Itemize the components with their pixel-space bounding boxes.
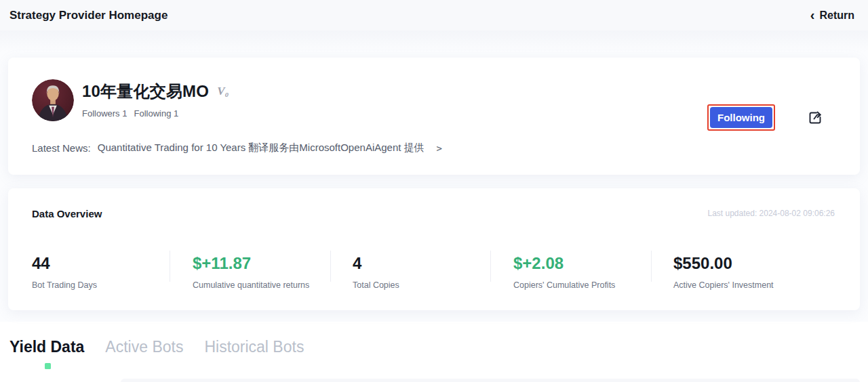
tab-bar: Yield Data Active Bots Historical Bots <box>9 338 304 356</box>
annotation-highlight-box: Following <box>707 104 775 131</box>
stat-label: Active Copiers' Investment <box>673 280 774 290</box>
stat-divider <box>651 251 652 282</box>
page-title: Strategy Provider Homepage <box>9 9 167 22</box>
followers-count[interactable]: Followers 1 <box>82 108 127 119</box>
top-bar: Strategy Provider Homepage ‹ Return <box>0 0 868 30</box>
chevron-right-icon: > <box>437 143 442 154</box>
tab-active-bots[interactable]: Active Bots <box>105 338 183 356</box>
stat-value: $+2.08 <box>513 254 615 273</box>
provider-name-row: 10年量化交易MO V₀ <box>82 81 229 102</box>
avatar <box>32 79 74 121</box>
data-overview-card: Data Overview Last updated: 2024-08-02 0… <box>8 188 860 310</box>
profile-card: 10年量化交易MO V₀ Followers 1 Following 1 Fol… <box>8 58 860 175</box>
stat-label: Bot Trading Days <box>32 280 97 290</box>
active-tab-indicator <box>45 363 51 369</box>
chevron-left-icon: ‹ <box>810 8 815 22</box>
stat-value: $550.00 <box>673 254 774 273</box>
tab-yield-data[interactable]: Yield Data <box>9 338 84 356</box>
stat-divider <box>330 251 331 282</box>
provider-name: 10年量化交易MO <box>82 81 209 102</box>
stat-label: Total Copies <box>353 280 399 290</box>
header-fade <box>0 30 868 52</box>
last-updated-text: Last updated: 2024-08-02 09:06:26 <box>708 209 835 218</box>
stat-value: 4 <box>353 254 399 273</box>
stat-label: Copiers' Cumulative Profits <box>513 280 615 290</box>
stat-value: $+11.87 <box>193 254 309 273</box>
stat-divider <box>170 251 170 282</box>
return-label: Return <box>819 9 854 22</box>
tab-historical-bots[interactable]: Historical Bots <box>204 338 304 356</box>
latest-news-link[interactable]: Latest News: Quantitative Trading for 10… <box>32 142 442 154</box>
avatar-portrait-image <box>32 79 74 121</box>
follow-stats-row: Followers 1 Following 1 <box>82 108 178 119</box>
stat-copiers-profits: $+2.08 Copiers' Cumulative Profits <box>513 254 615 290</box>
following-button[interactable]: Following <box>710 107 772 128</box>
stat-label: Cumulative quantitative returns <box>193 280 309 290</box>
stat-bot-trading-days: 44 Bot Trading Days <box>32 254 97 290</box>
stat-value: 44 <box>32 254 97 273</box>
stat-cumulative-returns: $+11.87 Cumulative quantitative returns <box>193 254 309 290</box>
stat-total-copies: 4 Total Copies <box>353 254 399 290</box>
latest-news-text: Quantitative Trading for 10 Years 翻译服务由M… <box>98 142 425 154</box>
data-overview-title: Data Overview <box>32 208 102 219</box>
level-badge-icon: V₀ <box>217 85 229 98</box>
stat-divider <box>490 251 491 282</box>
return-button[interactable]: ‹ Return <box>810 9 854 22</box>
stat-active-investment: $550.00 Active Copiers' Investment <box>673 254 774 290</box>
latest-news-label: Latest News: <box>32 142 91 154</box>
following-count[interactable]: Following 1 <box>134 108 178 119</box>
section-divider <box>121 379 860 382</box>
share-icon[interactable] <box>807 110 823 126</box>
